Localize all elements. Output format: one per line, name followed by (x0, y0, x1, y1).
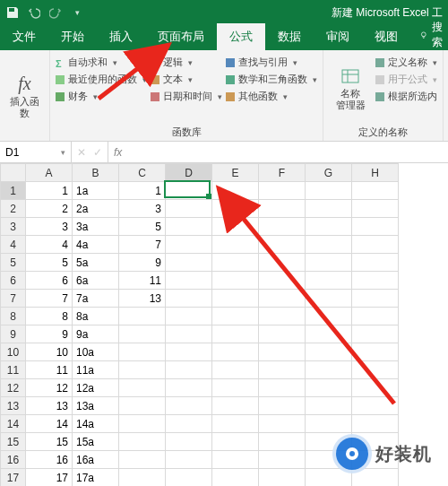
cell[interactable] (352, 397, 399, 415)
cell[interactable]: 7 (26, 290, 73, 308)
cell[interactable] (166, 469, 212, 487)
cell[interactable] (212, 272, 259, 290)
row-header[interactable]: 2 (1, 200, 26, 218)
select-all-corner[interactable] (1, 164, 26, 182)
cell[interactable]: 11 (26, 361, 73, 379)
cell[interactable] (352, 469, 399, 487)
cell[interactable] (119, 343, 166, 361)
cell[interactable] (166, 361, 212, 379)
cell[interactable]: 8a (73, 308, 119, 325)
cell[interactable] (306, 415, 352, 433)
cell[interactable] (166, 308, 212, 325)
column-header[interactable]: H (352, 164, 399, 182)
cell[interactable]: 5 (119, 218, 166, 236)
tab-layout[interactable]: 页面布局 (145, 23, 217, 50)
tab-formulas[interactable]: 公式 (217, 23, 265, 50)
cell[interactable] (166, 200, 212, 218)
cell[interactable]: 10a (73, 343, 119, 361)
cell[interactable]: 14 (26, 415, 73, 433)
cell[interactable] (259, 361, 306, 379)
cell[interactable]: 11 (119, 272, 166, 290)
column-header[interactable]: G (306, 164, 352, 182)
cell[interactable] (259, 200, 306, 218)
cell[interactable]: 3 (119, 200, 166, 218)
cell[interactable]: 4a (73, 236, 119, 254)
cancel-icon[interactable]: ✕ (77, 146, 86, 159)
cell[interactable] (166, 218, 212, 236)
cell[interactable] (259, 325, 306, 343)
cell[interactable] (212, 182, 259, 200)
tab-home[interactable]: 开始 (48, 23, 97, 50)
cell[interactable]: 5 (26, 254, 73, 272)
cell[interactable] (259, 236, 306, 254)
cell[interactable]: 12a (73, 379, 119, 397)
cell[interactable] (306, 308, 352, 325)
row-header[interactable]: 15 (1, 433, 26, 451)
cell[interactable] (166, 254, 212, 272)
column-header[interactable]: D (166, 164, 212, 182)
cell[interactable] (166, 325, 212, 343)
cell[interactable] (212, 308, 259, 325)
column-header[interactable]: F (259, 164, 306, 182)
cell[interactable]: 16 (26, 451, 73, 469)
cell[interactable]: 1a (73, 182, 119, 200)
cell[interactable]: 6a (73, 272, 119, 290)
formula-input[interactable] (127, 142, 448, 162)
cell[interactable] (352, 308, 399, 325)
tell-me-search[interactable]: 搜索 (410, 20, 448, 50)
cell[interactable]: 13 (26, 397, 73, 415)
cell[interactable]: 9 (26, 325, 73, 343)
cell[interactable] (352, 379, 399, 397)
cell[interactable]: 17a (73, 469, 119, 487)
cell[interactable] (259, 218, 306, 236)
cell[interactable] (306, 254, 352, 272)
row-header[interactable]: 14 (1, 415, 26, 433)
redo-icon[interactable] (48, 5, 63, 20)
row-header[interactable]: 16 (1, 451, 26, 469)
cell[interactable] (212, 218, 259, 236)
text-button[interactable]: 文本▾ (151, 73, 222, 86)
financial-button[interactable]: 财务▾ (56, 90, 147, 103)
cell[interactable] (212, 200, 259, 218)
cell[interactable] (352, 290, 399, 308)
cell[interactable]: 14a (73, 415, 119, 433)
cell[interactable] (306, 325, 352, 343)
cell[interactable] (352, 325, 399, 343)
cell[interactable] (352, 200, 399, 218)
cell[interactable] (212, 469, 259, 487)
column-header[interactable]: C (119, 164, 166, 182)
cell[interactable] (306, 361, 352, 379)
tab-file[interactable]: 文件 (0, 23, 48, 50)
cell[interactable]: 8 (26, 308, 73, 325)
cell[interactable] (306, 290, 352, 308)
qat-dropdown-icon[interactable]: ▾ (70, 5, 84, 20)
tab-insert[interactable]: 插入 (97, 23, 145, 50)
cell[interactable] (306, 379, 352, 397)
row-header[interactable]: 6 (1, 272, 26, 290)
cell[interactable] (306, 469, 352, 487)
from-selection-button[interactable]: 根据所选内 (375, 90, 437, 103)
enter-icon[interactable]: ✓ (93, 146, 102, 159)
cell[interactable]: 11a (73, 361, 119, 379)
cell[interactable]: 9 (119, 254, 166, 272)
cell[interactable]: 5a (73, 254, 119, 272)
cell[interactable] (119, 451, 166, 469)
cell[interactable]: 2a (73, 200, 119, 218)
cell[interactable] (259, 343, 306, 361)
row-header[interactable]: 4 (1, 236, 26, 254)
cell[interactable] (119, 308, 166, 325)
cell[interactable]: 3a (73, 218, 119, 236)
cell[interactable] (119, 325, 166, 343)
cell[interactable] (352, 415, 399, 433)
cell[interactable]: 15a (73, 433, 119, 451)
logical-button[interactable]: 逻辑▾ (151, 56, 222, 69)
cell[interactable] (119, 379, 166, 397)
save-icon[interactable] (5, 5, 20, 20)
cell[interactable] (306, 182, 352, 200)
cell[interactable] (259, 290, 306, 308)
cell[interactable] (306, 343, 352, 361)
cell[interactable] (259, 254, 306, 272)
use-in-formula-button[interactable]: 用于公式▾ (375, 73, 437, 86)
cell[interactable]: 6 (26, 272, 73, 290)
column-header[interactable]: B (73, 164, 119, 182)
